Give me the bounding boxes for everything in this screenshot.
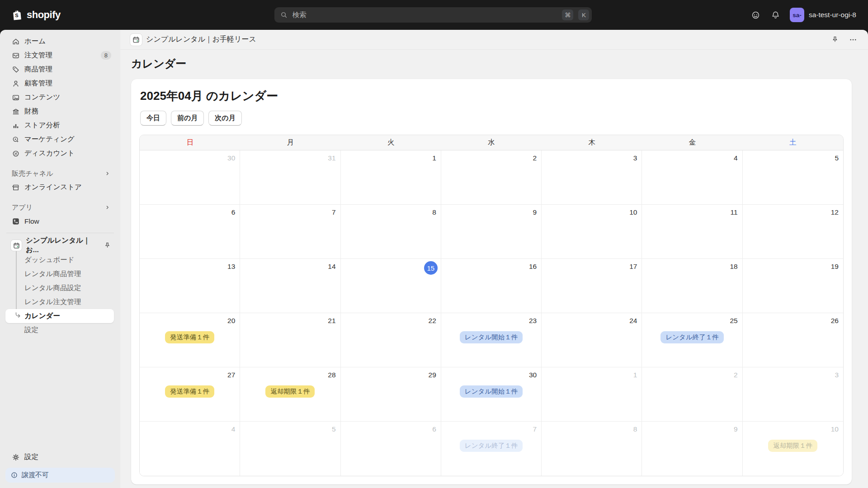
event-badge[interactable]: レンタル開始１件 (460, 331, 523, 343)
sidebar-item-label: ストア分析 (24, 121, 60, 130)
event-badge[interactable]: レンタル開始１件 (460, 385, 523, 398)
sidebar-item[interactable]: 財務 (5, 104, 115, 118)
prev-month-button[interactable]: 前の月 (171, 111, 204, 126)
day-number: 3 (542, 150, 642, 166)
account-menu-button[interactable]: sa- sa-test-ur-ogi-8 (788, 6, 860, 24)
day-number: 6 (341, 422, 441, 437)
today-button[interactable]: 今日 (140, 111, 166, 126)
sidebar-app-subitem[interactable]: 設定 (5, 323, 115, 337)
calendar-day-cell: 30レンタル開始１件 (441, 367, 542, 422)
day-number: 4 (140, 422, 240, 437)
calendar-day-cell: 4 (140, 422, 240, 476)
day-number: 2 (642, 367, 742, 383)
next-month-button[interactable]: 次の月 (208, 111, 241, 126)
calendar-day-cell: 21 (240, 313, 340, 367)
more-options-button[interactable] (846, 33, 860, 47)
calendar-day-cell: 7 (240, 205, 340, 259)
sidebar-item[interactable]: コンテンツ (5, 90, 115, 104)
day-number: 7 (441, 422, 541, 437)
analytics-icon (12, 122, 20, 130)
global-search[interactable]: ⌘ K (274, 7, 592, 23)
sidebar-item[interactable]: ディスカウント (5, 146, 115, 160)
calendar-day-cell: 28返却期限１件 (240, 367, 340, 422)
sidebar-item-online-store[interactable]: オンラインストア (5, 180, 115, 194)
day-number: 19 (743, 259, 843, 274)
sidebar-section-apps[interactable]: アプリ (5, 201, 115, 214)
section-label-text: 販売チャネル (12, 169, 53, 178)
sidebar-app-subitem[interactable]: ダッシュボード (5, 253, 115, 267)
pin-icon[interactable] (104, 242, 111, 249)
sidebar-item[interactable]: ストア分析 (5, 118, 115, 132)
pin-button[interactable] (828, 33, 842, 47)
day-number: 13 (140, 259, 240, 274)
breadcrumb-app-name[interactable]: シンプルレンタル｜お手軽リース (146, 35, 256, 44)
count-badge: 8 (101, 51, 111, 60)
sidebar-app-label: シンプルレンタル｜お... (26, 236, 99, 255)
day-number: 9 (642, 422, 742, 437)
chevron-right-icon (104, 204, 111, 211)
main-content: シンプルレンタル｜お手軽リース カレンダー 2025年04月 のカレンダー 今日 (120, 30, 868, 488)
event-badge[interactable]: 返却期限１件 (768, 440, 817, 452)
calendar-grid: 日月火水木金土 30311234567891011121314151617181… (139, 135, 844, 476)
calendar-day-cell: 8 (542, 422, 642, 476)
calendar-day-cell: 1 (341, 150, 441, 205)
event-badge[interactable]: レンタル終了１件 (460, 440, 523, 452)
rental-app-icon (130, 34, 142, 46)
calendar-day-cell: 24 (542, 313, 642, 367)
sidebar-app-subitem[interactable]: レンタル商品管理 (5, 267, 115, 281)
sidebar-item-label: 設定 (24, 452, 38, 462)
kbd-k: K (578, 9, 589, 20)
sidebar-item[interactable]: 注文管理8 (5, 48, 115, 62)
calendar-day-cell: 25レンタル終了１件 (642, 313, 742, 367)
calendar-day-cell: 12 (743, 205, 843, 259)
calendar-day-cell: 6 (140, 205, 240, 259)
sidebar-app-subitem[interactable]: レンタル商品設定 (5, 281, 115, 295)
sidebar-item-rental-app[interactable]: シンプルレンタル｜お... (5, 238, 115, 253)
sidebar-app-subitem[interactable]: カレンダー (5, 309, 114, 323)
notifications-button[interactable] (768, 7, 783, 23)
day-number: 18 (642, 259, 742, 274)
event-badge[interactable]: レンタル終了１件 (660, 331, 723, 343)
calendar-day-cell: 20発送準備１件 (140, 313, 240, 367)
sidebar-item[interactable]: マーケティング (5, 132, 115, 146)
sidebar-app-subitem-label: カレンダー (24, 311, 60, 321)
event-badge[interactable]: 発送準備１件 (165, 385, 214, 398)
content-icon (12, 94, 20, 102)
calendar-day-cell: 8 (341, 205, 441, 259)
sidebar-item[interactable]: 顧客管理 (5, 76, 115, 90)
day-number: 25 (642, 313, 742, 328)
weekday-header: 月 (240, 135, 340, 150)
calendar-day-cell: 1 (542, 367, 642, 422)
products-tag-icon (12, 66, 20, 74)
calendar-day-cell: 3 (542, 150, 642, 205)
day-number: 8 (542, 422, 642, 437)
sidebar-item-label: コンテンツ (24, 93, 60, 102)
calendar-day-cell: 4 (642, 150, 742, 205)
day-number: 29 (341, 367, 441, 383)
breadcrumb: シンプルレンタル｜お手軽リース (120, 30, 868, 50)
sidebar-item-settings[interactable]: 設定 (5, 450, 115, 464)
day-number: 8 (341, 205, 441, 220)
page-title: カレンダー (120, 50, 868, 79)
sidebar-item-flow[interactable]: Flow (5, 214, 115, 228)
sidekick-button[interactable] (748, 7, 764, 23)
elbow-arrow-icon (14, 312, 21, 320)
sidebar-item[interactable]: 商品管理 (5, 62, 115, 76)
today-indicator: 15 (424, 261, 438, 275)
banner-text: 譲渡不可 (22, 471, 49, 479)
event-badge[interactable]: 返却期限１件 (265, 385, 315, 398)
day-number: 6 (140, 205, 240, 220)
kbd-cmd: ⌘ (562, 9, 574, 20)
sidebar-app-subitem[interactable]: レンタル注文管理 (5, 295, 115, 309)
sidebar-item-label: 商品管理 (24, 65, 52, 74)
day-number: 7 (240, 205, 340, 220)
calendar-day-cell: 22 (341, 313, 441, 367)
orders-icon (12, 52, 20, 60)
event-badge[interactable]: 発送準備１件 (165, 331, 214, 343)
calendar-day-cell: 15 (341, 259, 441, 313)
search-input[interactable] (292, 11, 558, 19)
sidebar-item[interactable]: ホーム (5, 34, 115, 48)
calendar-day-cell: 13 (140, 259, 240, 313)
sidebar-section-sales-channels[interactable]: 販売チャネル (5, 167, 115, 180)
calendar-day-cell: 11 (642, 205, 742, 259)
